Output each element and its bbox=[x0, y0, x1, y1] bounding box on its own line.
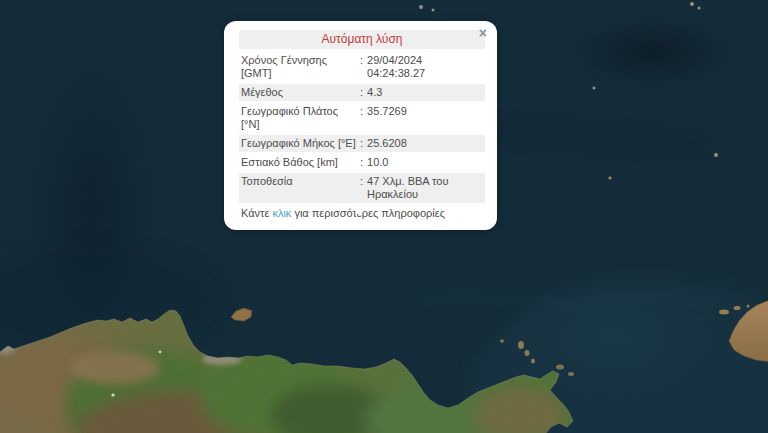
row-value: : 35.7269 bbox=[360, 105, 483, 118]
row-label: Μέγεθος bbox=[241, 86, 360, 99]
row-label: Χρόνος Γέννησης [GMT] bbox=[241, 54, 360, 80]
row-value: : 47 Χλμ. ΒΒΑ του Ηρακλείου bbox=[360, 175, 483, 201]
more-info-link[interactable]: κλικ bbox=[272, 207, 291, 219]
map[interactable]: × Αυτόματη λύση Χρόνος Γέννησης [GMT] : … bbox=[0, 0, 768, 433]
latitude-row: Γεωγραφικό Πλάτος [°N] : 35.7269 bbox=[239, 103, 485, 133]
origin-time-row: Χρόνος Γέννησης [GMT] : 29/04/2024 04:24… bbox=[239, 52, 485, 82]
longitude-row: Γεωγραφικό Μήκος [°E] : 25.6208 bbox=[239, 135, 485, 152]
location-row: Τοποθεσία : 47 Χλμ. ΒΒΑ του Ηρακλείου bbox=[239, 173, 485, 203]
popup-title: Αυτόματη λύση bbox=[239, 30, 485, 49]
popup-rows: Χρόνος Γέννησης [GMT] : 29/04/2024 04:24… bbox=[239, 52, 485, 203]
magnitude-row: Μέγεθος : 4.3 bbox=[239, 84, 485, 101]
close-icon[interactable]: × bbox=[479, 26, 487, 40]
row-value: : 29/04/2024 04:24:38.27 bbox=[360, 54, 483, 80]
row-label: Εστιακό Βάθος [km] bbox=[241, 156, 360, 169]
earthquake-popup: × Αυτόματη λύση Χρόνος Γέννησης [GMT] : … bbox=[224, 21, 497, 230]
popup-arrow bbox=[347, 204, 371, 215]
row-label: Τοποθεσία bbox=[241, 175, 360, 188]
row-label: Γεωγραφικό Πλάτος [°N] bbox=[241, 105, 360, 131]
footer-text-pre: Κάντε bbox=[241, 207, 272, 219]
row-label: Γεωγραφικό Μήκος [°E] bbox=[241, 137, 360, 150]
row-value: : 4.3 bbox=[360, 86, 483, 99]
row-value: : 10.0 bbox=[360, 156, 483, 169]
row-value: : 25.6208 bbox=[360, 137, 483, 150]
depth-row: Εστιακό Βάθος [km] : 10.0 bbox=[239, 154, 485, 171]
